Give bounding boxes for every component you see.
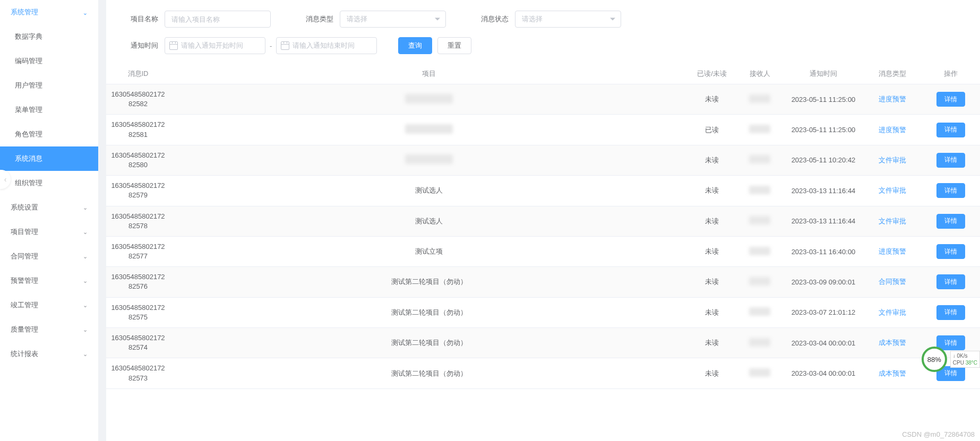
sidebar-group-system[interactable]: 系统管理 ⌃ xyxy=(0,0,98,24)
date-separator: - xyxy=(270,42,272,50)
detail-button[interactable]: 详情 xyxy=(936,153,965,168)
table-row: 1630548580217282578测试选人未读2023-03-13 11:1… xyxy=(106,206,980,236)
message-type-link[interactable]: 进度预警 xyxy=(879,126,906,134)
sidebar-item[interactable]: 菜单管理 xyxy=(0,98,98,122)
redacted-content xyxy=(749,277,770,286)
detail-button[interactable]: 详情 xyxy=(936,274,965,289)
sidebar-item-label: 编码管理 xyxy=(15,56,42,66)
sidebar-group-label: 合同管理 xyxy=(11,252,38,261)
cell-type: 进度预警 xyxy=(863,84,922,115)
message-type-link[interactable]: 文件审批 xyxy=(879,186,906,194)
sidebar-group-label: 系统管理 xyxy=(11,7,38,17)
sidebar: 系统管理 ⌃ 数据字典编码管理用户管理菜单管理角色管理系统消息组织管理 系统设置… xyxy=(0,0,98,441)
message-type-link[interactable]: 成本预警 xyxy=(879,369,906,377)
detail-button[interactable]: 详情 xyxy=(936,123,965,137)
cell-op: 详情 xyxy=(922,328,980,358)
redacted-content xyxy=(749,94,770,103)
message-type-link[interactable]: 合同预警 xyxy=(879,278,906,286)
cell-type: 文件审批 xyxy=(863,145,922,175)
cell-id: 1630548580217282579 xyxy=(106,176,170,206)
sidebar-group[interactable]: 竣工管理⌄ xyxy=(0,293,98,317)
redacted-content xyxy=(749,155,770,163)
reset-button[interactable]: 重置 xyxy=(437,37,471,54)
search-panel: 项目名称 消息类型 请选择 消息状态 请选择 xyxy=(106,0,980,64)
message-status-select[interactable]: 请选择 xyxy=(515,11,621,28)
redacted-content xyxy=(749,186,770,194)
message-type-link[interactable]: 进度预警 xyxy=(879,95,906,103)
sidebar-item[interactable]: 系统消息 xyxy=(0,146,98,171)
cell-time: 2023-03-09 09:00:01 xyxy=(784,267,863,297)
select-placeholder: 请选择 xyxy=(522,14,543,24)
sidebar-group[interactable]: 预警管理⌄ xyxy=(0,269,98,293)
sidebar-item-label: 数据字典 xyxy=(15,32,42,41)
cell-project: 测试第二轮项目（勿动） xyxy=(170,297,688,327)
cell-type: 进度预警 xyxy=(863,236,922,266)
sidebar-item[interactable]: 组织管理 xyxy=(0,171,98,195)
message-table: 消息ID 项目 已读/未读 接收人 通知时间 消息类型 操作 163054858… xyxy=(106,64,980,441)
redacted-content xyxy=(749,247,770,255)
detail-button[interactable]: 详情 xyxy=(936,183,965,198)
notify-start-date-input[interactable]: 请输入通知开始时间 xyxy=(165,37,265,54)
chevron-down-icon: ⌄ xyxy=(83,253,88,260)
detail-button[interactable]: 详情 xyxy=(936,92,965,107)
table-row: 1630548580217282581已读2023-05-11 11:25:00… xyxy=(106,115,980,145)
cell-time: 2023-03-07 21:01:12 xyxy=(784,297,863,327)
sidebar-item-label: 系统消息 xyxy=(15,154,42,163)
cell-id: 1630548580217282580 xyxy=(106,145,170,175)
sidebar-item[interactable]: 数据字典 xyxy=(0,24,98,49)
sidebar-group[interactable]: 合同管理⌄ xyxy=(0,244,98,269)
cell-type: 文件审批 xyxy=(863,206,922,236)
col-header-type: 消息类型 xyxy=(863,64,922,84)
table-row: 1630548580217282576测试第二轮项目（勿动）未读2023-03-… xyxy=(106,267,980,297)
label-project: 项目名称 xyxy=(117,14,165,24)
message-type-link[interactable]: 成本预警 xyxy=(879,339,906,347)
sidebar-item[interactable]: 编码管理 xyxy=(0,49,98,73)
redacted-content xyxy=(749,307,770,316)
cell-id: 1630548580217282582 xyxy=(106,84,170,115)
sidebar-item[interactable]: 用户管理 xyxy=(0,73,98,98)
detail-button[interactable]: 详情 xyxy=(936,366,965,381)
cell-read-status: 未读 xyxy=(688,297,736,327)
sidebar-group[interactable]: 质量管理⌄ xyxy=(0,317,98,342)
cell-id: 1630548580217282578 xyxy=(106,206,170,236)
cell-read-status: 未读 xyxy=(688,84,736,115)
message-type-link[interactable]: 进度预警 xyxy=(879,247,906,255)
cell-project: 测试第二轮项目（勿动） xyxy=(170,358,688,388)
project-name-input[interactable] xyxy=(165,11,271,28)
detail-button[interactable]: 详情 xyxy=(936,214,965,229)
select-placeholder: 请选择 xyxy=(347,14,367,24)
message-type-link[interactable]: 文件审批 xyxy=(879,308,906,316)
detail-button[interactable]: 详情 xyxy=(936,244,965,259)
cell-read-status: 未读 xyxy=(688,176,736,206)
sidebar-group-label: 项目管理 xyxy=(11,227,38,237)
notify-end-date-input[interactable]: 请输入通知结束时间 xyxy=(276,37,377,54)
query-button[interactable]: 查询 xyxy=(398,37,432,54)
col-header-id: 消息ID xyxy=(106,64,170,84)
cell-type: 成本预警 xyxy=(863,358,922,388)
cell-receiver xyxy=(736,206,784,236)
message-type-select[interactable]: 请选择 xyxy=(340,11,446,28)
cell-op: 详情 xyxy=(922,206,980,236)
message-type-link[interactable]: 文件审批 xyxy=(879,217,906,225)
chevron-down-icon: ⌄ xyxy=(83,326,88,333)
cell-receiver xyxy=(736,267,784,297)
chevron-down-icon: ⌄ xyxy=(83,351,88,358)
sidebar-group[interactable]: 项目管理⌄ xyxy=(0,220,98,244)
sidebar-item[interactable]: 角色管理 xyxy=(0,122,98,146)
cell-op: 详情 xyxy=(922,267,980,297)
date-placeholder: 请输入通知开始时间 xyxy=(181,41,243,50)
sidebar-group[interactable]: 统计报表⌄ xyxy=(0,342,98,366)
chevron-up-icon: ⌃ xyxy=(83,9,88,16)
detail-button[interactable]: 详情 xyxy=(936,305,965,320)
cell-op: 详情 xyxy=(922,358,980,388)
table-row: 1630548580217282574测试第二轮项目（勿动）未读2023-03-… xyxy=(106,328,980,358)
sidebar-group[interactable]: 系统设置⌄ xyxy=(0,195,98,220)
chevron-down-icon: ⌄ xyxy=(83,229,88,236)
cell-id: 1630548580217282574 xyxy=(106,328,170,358)
table-row: 1630548580217282582未读2023-05-11 11:25:00… xyxy=(106,84,980,115)
detail-button[interactable]: 详情 xyxy=(936,335,965,350)
table-row: 1630548580217282575测试第二轮项目（勿动）未读2023-03-… xyxy=(106,297,980,327)
message-type-link[interactable]: 文件审批 xyxy=(879,156,906,164)
cell-receiver xyxy=(736,115,784,145)
cell-receiver xyxy=(736,84,784,115)
